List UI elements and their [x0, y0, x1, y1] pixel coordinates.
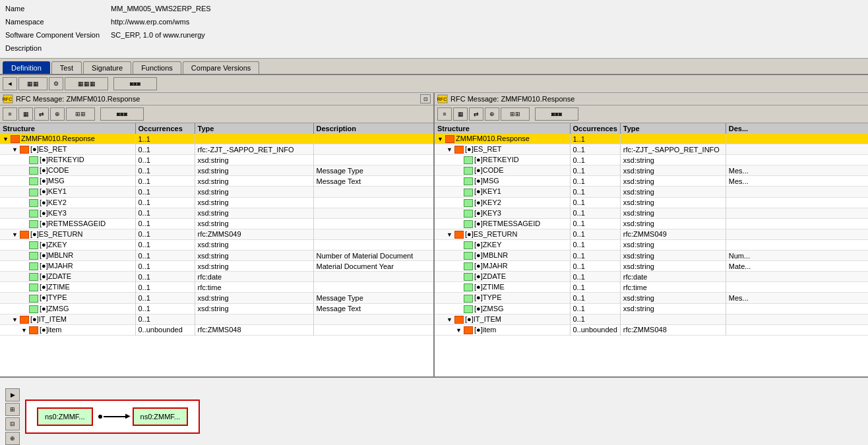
left-resize-btn[interactable]: ⊡: [420, 94, 431, 104]
tree-cell-structure[interactable]: [●]RETKEYID: [435, 155, 570, 165]
table-row: ▼[●]IT_ITEM0..1: [435, 314, 868, 324]
tree-cell-structure[interactable]: [●]KEY2: [435, 197, 570, 208]
expand-icon[interactable]: ▼: [12, 316, 20, 323]
tree-cell-structure[interactable]: ▼ZMMFM010.Response: [435, 134, 570, 144]
left-tb-4[interactable]: ⊕: [50, 107, 65, 121]
tree-cell-type: xsd:string: [620, 165, 726, 176]
right-tree-table[interactable]: Structure Occurrences Type Des... ▼ZMMFM…: [435, 123, 868, 376]
tree-cell-structure[interactable]: [●]MBLNR: [0, 251, 135, 261]
toolbar-btn-4[interactable]: ▦▦▦: [65, 77, 108, 90]
bottom-icon-1[interactable]: ▶: [5, 388, 20, 401]
left-tb-1[interactable]: ≡: [3, 107, 17, 121]
tree-cell-structure[interactable]: ▼ZMMFM010.Response: [0, 134, 135, 144]
left-tree-table[interactable]: Structure Occurrences Type Description ▼…: [0, 123, 433, 376]
expand-icon[interactable]: ▼: [12, 231, 20, 238]
right-tb-3[interactable]: ⇄: [469, 107, 483, 121]
expand-icon[interactable]: ▼: [447, 146, 454, 153]
right-tb-1[interactable]: ≡: [437, 107, 452, 121]
tree-cell-structure[interactable]: [●]ZTIME: [0, 282, 135, 293]
tab-compare[interactable]: Compare Versions: [183, 61, 260, 74]
tree-cell-structure[interactable]: ▼[●]item: [435, 324, 570, 335]
expand-icon[interactable]: ▼: [447, 316, 454, 323]
tree-cell-description: [726, 303, 868, 314]
left-tb-6[interactable]: ◙◙◙: [100, 107, 144, 121]
tree-cell-structure[interactable]: [●]MSG: [0, 176, 135, 187]
tree-cell-structure[interactable]: [●]MSG: [435, 176, 570, 187]
right-tb-5[interactable]: ⊞⊞: [501, 107, 530, 121]
tree-cell-structure[interactable]: [●]ZTIME: [435, 282, 570, 293]
flow-source-node[interactable]: ns0:ZMMF...: [37, 407, 93, 426]
tree-cell-structure[interactable]: [●]KEY2: [0, 197, 135, 208]
tab-signature[interactable]: Signature: [83, 61, 131, 74]
expand-icon[interactable]: ▼: [456, 327, 464, 334]
tree-cell-structure[interactable]: [●]ZKEY: [0, 239, 135, 250]
bottom-icon-3[interactable]: ⊟: [5, 417, 20, 430]
tree-cell-structure[interactable]: ▼[●]item: [0, 324, 135, 335]
table-row: ▼[●]item0..unboundedrfc:ZMMS048: [0, 324, 433, 335]
tree-cell-structure[interactable]: [●]MJAHR: [435, 261, 570, 272]
bottom-icon-2[interactable]: ⊞: [5, 403, 20, 416]
table-row: [●]RETKEYID0..1xsd:string: [435, 155, 868, 165]
right-tb-6[interactable]: ◙◙◙: [535, 107, 578, 121]
right-tb-2[interactable]: ▦: [453, 107, 468, 121]
toolbar-btn-3[interactable]: ⚙: [49, 77, 63, 90]
expand-icon[interactable]: ▼: [3, 136, 11, 142]
tree-cell-structure[interactable]: [●]KEY3: [435, 208, 570, 218]
tree-cell-structure[interactable]: [●]ZMSG: [435, 303, 570, 314]
tree-cell-occurrences: 0..1: [135, 303, 195, 314]
leaf-icon: [464, 252, 473, 260]
toolbar-btn-1[interactable]: ◄: [3, 77, 17, 90]
tree-cell-structure[interactable]: [●]RETKEYID: [0, 155, 135, 165]
tab-functions[interactable]: Functions: [133, 61, 181, 74]
tab-definition[interactable]: Definition: [3, 61, 50, 74]
tree-cell-structure[interactable]: [●]ZDATE: [435, 272, 570, 282]
table-row: [●]KEY10..1xsd:string: [435, 187, 868, 197]
table-row: ▼[●]ES_RETURN0..1rfc:ZMMS049: [0, 229, 433, 239]
tree-cell-structure[interactable]: [●]KEY1: [0, 187, 135, 197]
left-tb-3[interactable]: ⇄: [34, 107, 49, 121]
tree-cell-structure[interactable]: ▼[●]IT_ITEM: [435, 314, 570, 324]
node-name: [●]item: [40, 326, 62, 334]
left-panel-title: RFC Message: ZMMFM010.Response: [16, 95, 140, 103]
tree-cell-structure[interactable]: [●]ZDATE: [0, 272, 135, 282]
tree-cell-structure[interactable]: ▼[●]ES_RET: [435, 144, 570, 155]
tree-cell-structure[interactable]: [●]RETMESSAGEID: [0, 218, 135, 229]
tree-cell-structure[interactable]: ▼[●]IT_ITEM: [0, 314, 135, 324]
flow-target-node[interactable]: ns0:ZMMF...: [133, 407, 189, 426]
expand-icon[interactable]: ▼: [437, 136, 445, 142]
tree-cell-structure[interactable]: [●]TYPE: [435, 293, 570, 303]
expand-icon[interactable]: ▼: [21, 327, 29, 334]
left-tb-2[interactable]: ▦: [18, 107, 33, 121]
tree-cell-structure[interactable]: ▼[●]ES_RETURN: [435, 229, 570, 239]
tree-cell-structure[interactable]: [●]ZMSG: [0, 303, 135, 314]
expand-icon[interactable]: ▼: [447, 231, 454, 238]
expand-icon[interactable]: ▼: [12, 146, 20, 153]
tree-cell-structure[interactable]: [●]CODE: [0, 165, 135, 176]
bottom-icon-4[interactable]: ⊕: [5, 432, 20, 445]
tree-cell-structure[interactable]: [●]KEY1: [435, 187, 570, 197]
toolbar-btn-5[interactable]: ◙◙◙: [113, 77, 157, 90]
tree-cell-structure[interactable]: [●]ZKEY: [435, 239, 570, 250]
tab-test[interactable]: Test: [51, 61, 82, 74]
tree-cell-occurrences: 0..1: [570, 208, 620, 218]
tree-cell-structure[interactable]: [●]KEY3: [0, 208, 135, 218]
tree-cell-structure[interactable]: [●]CODE: [435, 165, 570, 176]
tree-cell-structure[interactable]: ▼[●]ES_RET: [0, 144, 135, 155]
tree-cell-structure[interactable]: [●]MBLNR: [435, 251, 570, 261]
tree-cell-description: [726, 134, 868, 144]
tree-cell-type: xsd:string: [195, 251, 313, 261]
tree-cell-structure[interactable]: [●]RETMESSAGEID: [435, 218, 570, 229]
toolbar-btn-2[interactable]: ▦▦: [18, 77, 47, 90]
node-icon: [20, 316, 29, 324]
tree-cell-structure[interactable]: ▼[●]ES_RETURN: [0, 229, 135, 239]
tree-cell-structure[interactable]: [●]MJAHR: [0, 261, 135, 272]
left-tb-5[interactable]: ⊞⊞: [66, 107, 95, 121]
left-panel: RFC RFC Message: ZMMFM010.Response ⊡ ≡ ▦…: [0, 93, 435, 376]
leaf-icon: [464, 241, 473, 249]
leaf-icon: [29, 189, 38, 196]
tree-cell-type: xsd:string: [620, 251, 726, 261]
tree-cell-structure[interactable]: [●]TYPE: [0, 293, 135, 303]
tree-cell-description: [726, 282, 868, 293]
tree-cell-description: Mes...: [726, 293, 868, 303]
right-tb-4[interactable]: ⊕: [485, 107, 499, 121]
